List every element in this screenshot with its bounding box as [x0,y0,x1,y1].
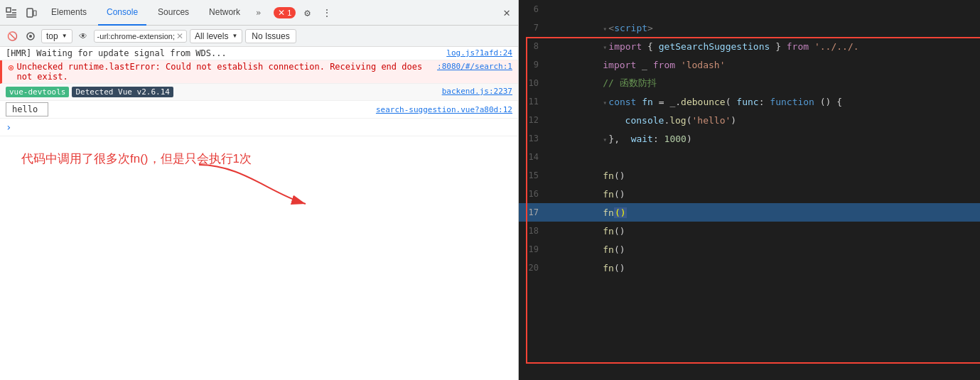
prompt-icon: › [6,121,11,133]
levels-arrow-icon: ▼ [232,33,237,39]
code-line-20: 20 fn() [519,259,980,277]
hmr-text: [HMR] Waiting for update signal from WDS… [6,48,441,58]
editor-content: 6 7 ▾<script> 8 ▾import { getSearchSugge… [519,0,980,380]
settings-icon[interactable]: ⚙ [298,4,316,21]
tab-sources[interactable]: Sources [149,0,198,26]
devtools-panel: Elements Console Sources Network » ✕ 1 ⚙… [0,0,519,380]
devtools-topbar: Elements Console Sources Network » ✕ 1 ⚙… [0,0,518,26]
svg-rect-1 [27,9,33,17]
more-options-icon[interactable]: ⋮ [318,4,335,21]
vue-version-tag: Detected Vue v2.6.14 [72,87,173,97]
console-toolbar: 🚫 top ▼ 👁 -url:chrome-extension; ✕ All l… [0,26,518,47]
tab-network[interactable]: Network [200,0,249,26]
close-devtools-btn[interactable]: ✕ [498,4,515,21]
vue-tag: vue-devtools [6,87,69,97]
annotation-area: 代码中调用了很多次fn()，但是只会执行1次 [0,136,518,250]
error-badge: ✕ 1 [274,7,296,18]
device-toolbar-btn[interactable] [23,4,40,21]
console-content: [HMR] Waiting for update signal from WDS… [0,47,518,380]
annotation-arrow [0,136,518,250]
log-levels-dropdown[interactable]: All levels ▼ [190,29,242,43]
fold-icon-13[interactable]: ▾ [603,136,607,143]
hello-value: hello [6,102,48,116]
dropdown-arrow-icon: ▼ [62,33,68,39]
eye-icon[interactable]: 👁 [75,28,91,44]
svg-rect-0 [6,8,11,12]
error-source[interactable]: :8080/#/search:1 [437,62,512,71]
clear-console-btn[interactable]: 🚫 [4,28,20,44]
url-filter-input[interactable]: -url:chrome-extension; ✕ [94,30,187,43]
console-entry-hello: hello search-suggestion.vue?a80d:12 [0,101,518,119]
error-text: Unchecked runtime.lastError: Could not e… [16,62,431,82]
console-entry-error: ⊗ Unchecked runtime.lastError: Could not… [0,60,518,84]
error-circle-icon: ⊗ [8,62,14,73]
code-lines: 6 7 ▾<script> 8 ▾import { getSearchSugge… [519,0,980,277]
code-line-13: 13 ▾}, wait: 1000) [519,129,980,148]
inspect-element-btn[interactable] [3,4,20,21]
console-entry-vue: vue-devtools Detected Vue v2.6.14 backen… [0,84,518,101]
console-entry-hmr: [HMR] Waiting for update signal from WDS… [0,47,518,60]
vue-source[interactable]: backend.js:2237 [442,87,512,96]
clear-filter-btn[interactable]: ✕ [176,31,183,41]
tab-elements[interactable]: Elements [43,0,95,26]
console-prompt[interactable]: › [0,119,518,136]
hello-source[interactable]: search-suggestion.vue?a80d:12 [376,105,512,114]
tab-console[interactable]: Console [98,0,146,26]
filter-icon[interactable] [23,28,38,44]
tab-more[interactable]: » [252,8,265,18]
svg-rect-2 [33,11,36,16]
hmr-source[interactable]: log.js?1afd:24 [446,48,512,58]
context-dropdown[interactable]: top ▼ [41,29,72,43]
no-issues-btn[interactable]: No Issues [245,29,296,43]
editor-panel: 6 7 ▾<script> 8 ▾import { getSearchSugge… [519,0,980,380]
svg-point-4 [29,35,32,38]
